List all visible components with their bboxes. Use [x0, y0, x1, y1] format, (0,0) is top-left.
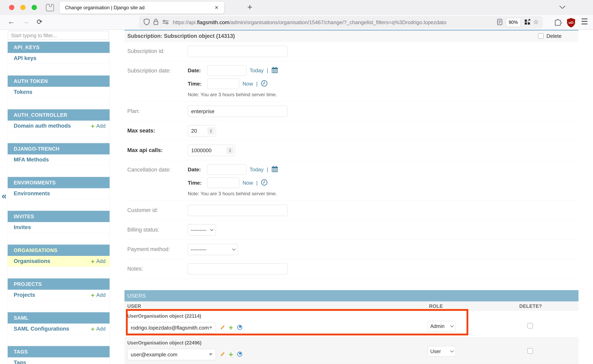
- picture-in-picture-icon[interactable]: [524, 19, 531, 26]
- users-inline-group: USERS USER ROLE DELETE? UserOrganisation…: [125, 290, 579, 364]
- sidebar-item-label[interactable]: Invites: [14, 224, 31, 231]
- lock-icon[interactable]: [153, 19, 158, 26]
- subscription-date-input[interactable]: [207, 65, 246, 76]
- reload-button[interactable]: ⟳: [37, 18, 42, 26]
- cancellation-date-input[interactable]: [207, 164, 246, 175]
- sidebar-module-spacer: [8, 64, 110, 75]
- payment-method-select[interactable]: ---------: [188, 244, 238, 255]
- back-button[interactable]: ←: [8, 17, 15, 26]
- new-tab-button[interactable]: +: [247, 2, 252, 12]
- subscription-inline-header: Subscription: Subscription object (14313…: [125, 31, 579, 42]
- url-text[interactable]: https://api.flagsmith.com/admin/organisa…: [173, 19, 495, 26]
- sidebar-item-label[interactable]: Tokens: [14, 89, 33, 95]
- sidebar-module-list: API_KEYS API keys AUTH TOKEN Tokens AUTH…: [7, 42, 110, 364]
- clock-icon[interactable]: [261, 179, 268, 187]
- view-eye-icon[interactable]: [236, 325, 243, 331]
- sidebar-item-organisations[interactable]: Organisations +Add: [8, 256, 110, 267]
- window-maximize-button[interactable]: [32, 5, 37, 10]
- extensions-puzzle-icon[interactable]: [553, 18, 562, 28]
- window-close-button[interactable]: [9, 5, 14, 10]
- customer-id-input[interactable]: [188, 205, 287, 216]
- sidebar-section-title: INVITES: [8, 211, 110, 222]
- permissions-icon[interactable]: [162, 19, 169, 26]
- edit-pencil-icon[interactable]: [220, 324, 226, 331]
- user-select[interactable]: rodrigo.lopezdato@flagsmith.com: [127, 322, 216, 333]
- add-plus-icon[interactable]: +: [229, 324, 233, 332]
- now-link[interactable]: Now: [243, 81, 253, 87]
- tab-overflow-chevron-icon[interactable]: [559, 5, 566, 10]
- sidebar-item-label[interactable]: MFA Methods: [14, 157, 49, 163]
- sidebar-item-domain-auth-methods[interactable]: Domain auth methods +Add: [8, 121, 110, 131]
- sidebar-module-spacer: [8, 233, 110, 244]
- sidebar-item-mfa-methods[interactable]: MFA Methods: [8, 154, 110, 165]
- field-label: Customer id:: [127, 205, 188, 216]
- add-label: Add: [96, 123, 105, 129]
- calendar-icon[interactable]: [271, 166, 278, 173]
- bookmark-star-icon[interactable]: ☆: [533, 18, 539, 26]
- sidebar-item-label[interactable]: API keys: [14, 55, 36, 61]
- sidebar-item-label[interactable]: SAML Configurations: [14, 326, 69, 332]
- browser-sidebar-icon[interactable]: [46, 4, 54, 11]
- sidebar-section-title: ORGANISATIONS: [8, 245, 110, 256]
- add-link[interactable]: +Add: [91, 258, 105, 265]
- edit-pencil-icon[interactable]: [220, 351, 226, 358]
- billing-status-select[interactable]: ---------: [188, 224, 216, 235]
- sidebar-item-label[interactable]: Projects: [14, 292, 35, 298]
- sidebar-item-invites[interactable]: Invites: [8, 222, 110, 233]
- calendar-icon[interactable]: [271, 67, 278, 74]
- today-link[interactable]: Today: [250, 167, 264, 173]
- role-select[interactable]: User: [428, 346, 456, 357]
- tracking-shield-icon[interactable]: [144, 19, 150, 26]
- sidebar-section-title: API_KEYS: [8, 42, 110, 53]
- delete-row-checkbox[interactable]: [527, 348, 533, 354]
- delete-row-checkbox[interactable]: [527, 323, 533, 329]
- sidebar-item-tags[interactable]: Tags: [8, 357, 110, 364]
- add-plus-icon[interactable]: +: [229, 351, 233, 358]
- url-bar[interactable]: https://api.flagsmith.com/admin/organisa…: [139, 16, 543, 29]
- sidebar-filter-input[interactable]: [8, 31, 109, 40]
- field-row-cancellation-date: Cancellation date: Date: Today | Time: N…: [125, 160, 579, 201]
- reader-mode-icon[interactable]: [497, 19, 503, 26]
- add-link[interactable]: +Add: [91, 292, 105, 298]
- add-link[interactable]: +Add: [91, 123, 105, 129]
- cancellation-time-input[interactable]: [207, 178, 239, 188]
- number-spinner-icon[interactable]: ▲▼: [207, 127, 214, 135]
- sidebar-item-api-keys[interactable]: API keys: [8, 53, 110, 64]
- sidebar-item-label[interactable]: Environments: [14, 190, 50, 197]
- tab-title: Change organisation | Django site ad: [65, 5, 212, 10]
- tab-close-icon[interactable]: ✕: [215, 5, 218, 10]
- sidebar-item-label[interactable]: Organisations: [14, 258, 50, 264]
- plan-input[interactable]: [188, 106, 287, 117]
- sidebar-module-spacer: [8, 165, 110, 176]
- notes-input[interactable]: [188, 263, 287, 275]
- clock-icon[interactable]: [261, 80, 268, 88]
- now-link[interactable]: Now: [243, 180, 253, 186]
- today-link[interactable]: Today: [250, 67, 264, 74]
- number-spinner-icon[interactable]: ▲▼: [227, 147, 233, 154]
- role-select[interactable]: Admin: [428, 321, 456, 332]
- pipe-separator: |: [267, 167, 268, 173]
- ublock-origin-icon[interactable]: uO: [567, 18, 576, 29]
- sidebar-item-environments[interactable]: Environments: [8, 188, 110, 199]
- browser-tab[interactable]: Change organisation | Django site ad ✕: [59, 2, 224, 14]
- field-label: Subscription id:: [127, 46, 188, 57]
- sidebar-item-label[interactable]: Domain auth methods: [14, 123, 71, 129]
- column-header-user: USER: [127, 303, 141, 309]
- zoom-level-badge[interactable]: 90%: [506, 18, 521, 27]
- sidebar-item-saml-configurations[interactable]: SAML Configurations +Add: [8, 324, 110, 334]
- delete-checkbox[interactable]: [538, 33, 544, 39]
- sidebar-item-projects[interactable]: Projects +Add: [8, 290, 110, 301]
- window-minimize-button[interactable]: [20, 5, 26, 10]
- add-link[interactable]: +Add: [91, 326, 105, 332]
- forward-button[interactable]: →: [22, 17, 29, 26]
- plus-icon: +: [91, 292, 95, 298]
- user-select[interactable]: user@example.com: [127, 349, 216, 360]
- sidebar-item-tokens[interactable]: Tokens: [8, 87, 110, 98]
- sidebar-module-auth-token: AUTH TOKEN Tokens: [7, 76, 110, 109]
- subscription-id-input[interactable]: [188, 46, 287, 57]
- sidebar-item-label[interactable]: Tags: [14, 360, 26, 364]
- menu-hamburger-icon[interactable]: ☰: [581, 17, 588, 26]
- subscription-time-input[interactable]: [207, 78, 239, 89]
- sidebar-collapse-toggle[interactable]: «: [2, 191, 7, 201]
- view-eye-icon[interactable]: [236, 351, 243, 358]
